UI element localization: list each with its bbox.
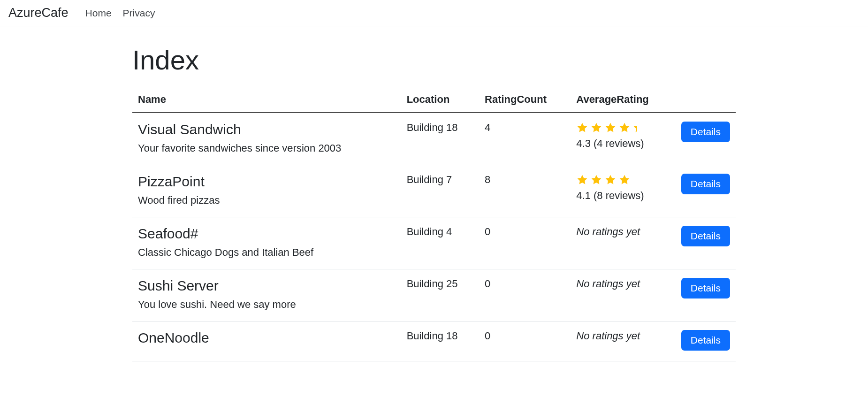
cell-name: Sushi ServerYou love sushi. Need we say … [132, 269, 401, 321]
cell-location: Building 4 [401, 217, 479, 269]
cafes-table: Name Location RatingCount AverageRating … [132, 89, 736, 361]
cell-rating-count: 0 [479, 217, 571, 269]
cell-rating-count: 4 [479, 113, 571, 165]
table-row: Visual SandwichYour favorite sandwiches … [132, 113, 736, 165]
cell-actions: Details [676, 217, 736, 269]
cafe-name: Seafood# [138, 226, 396, 242]
nav-link-privacy[interactable]: Privacy [123, 8, 155, 19]
cell-location: Building 18 [401, 321, 479, 361]
cell-average-rating: 4.1 (8 reviews) [571, 165, 675, 217]
star-icon [618, 174, 631, 186]
details-button[interactable]: Details [681, 226, 730, 246]
cafe-name: Visual Sandwich [138, 122, 396, 138]
table-header-row: Name Location RatingCount AverageRating [132, 89, 736, 113]
cafe-desc: Wood fired pizzas [138, 194, 396, 207]
cell-location: Building 7 [401, 165, 479, 217]
table-row: PizzaPointWood fired pizzasBuilding 784.… [132, 165, 736, 217]
star-icon [590, 122, 602, 134]
rating-text: 4.1 (8 reviews) [576, 190, 670, 202]
cell-average-rating: No ratings yet [571, 269, 675, 321]
nav-link-home[interactable]: Home [85, 8, 112, 19]
cell-actions: Details [676, 113, 736, 165]
brand-link[interactable]: AzureCafe [8, 6, 69, 20]
details-button[interactable]: Details [681, 330, 730, 351]
stars [576, 174, 670, 186]
cell-rating-count: 0 [479, 269, 571, 321]
cafe-name: Sushi Server [138, 278, 396, 294]
cafe-desc: Your favorite sandwiches since version 2… [138, 142, 396, 154]
cell-average-rating: 4.3 (4 reviews) [571, 113, 675, 165]
cafe-name: OneNoodle [138, 330, 396, 346]
cell-location: Building 18 [401, 113, 479, 165]
cafe-name: PizzaPoint [138, 174, 396, 190]
th-rating-count: RatingCount [479, 89, 571, 113]
cell-location: Building 25 [401, 269, 479, 321]
navbar: AzureCafe Home Privacy [0, 0, 868, 26]
table-row: Sushi ServerYou love sushi. Need we say … [132, 269, 736, 321]
th-name: Name [132, 89, 401, 113]
cafe-desc: You love sushi. Need we say more [138, 298, 396, 311]
main-container: Index Name Location RatingCount AverageR… [127, 26, 741, 361]
cell-actions: Details [676, 321, 736, 361]
star-icon [604, 174, 617, 186]
stars [576, 122, 670, 134]
star-icon [604, 122, 617, 134]
star-icon [576, 174, 588, 186]
page-title: Index [132, 44, 736, 76]
cell-name: Visual SandwichYour favorite sandwiches … [132, 113, 401, 165]
table-row: OneNoodleBuilding 180No ratings yetDetai… [132, 321, 736, 361]
no-rating-text: No ratings yet [576, 330, 670, 342]
star-icon [576, 122, 588, 134]
cell-actions: Details [676, 165, 736, 217]
no-rating-text: No ratings yet [576, 278, 670, 290]
star-icon [618, 122, 631, 134]
cell-name: Seafood#Classic Chicago Dogs and Italian… [132, 217, 401, 269]
no-rating-text: No ratings yet [576, 226, 670, 238]
cell-rating-count: 0 [479, 321, 571, 361]
nav-links: Home Privacy [85, 8, 155, 19]
th-actions [676, 89, 736, 113]
cell-rating-count: 8 [479, 165, 571, 217]
cell-name: OneNoodle [132, 321, 401, 361]
cell-average-rating: No ratings yet [571, 217, 675, 269]
rating-text: 4.3 (4 reviews) [576, 138, 670, 150]
th-location: Location [401, 89, 479, 113]
details-button[interactable]: Details [681, 174, 730, 194]
star-icon [590, 174, 602, 186]
cell-name: PizzaPointWood fired pizzas [132, 165, 401, 217]
star-icon [632, 122, 637, 134]
th-average-rating: AverageRating [571, 89, 675, 113]
cell-actions: Details [676, 269, 736, 321]
table-row: Seafood#Classic Chicago Dogs and Italian… [132, 217, 736, 269]
cell-average-rating: No ratings yet [571, 321, 675, 361]
details-button[interactable]: Details [681, 278, 730, 298]
cafe-desc: Classic Chicago Dogs and Italian Beef [138, 246, 396, 259]
details-button[interactable]: Details [681, 122, 730, 142]
